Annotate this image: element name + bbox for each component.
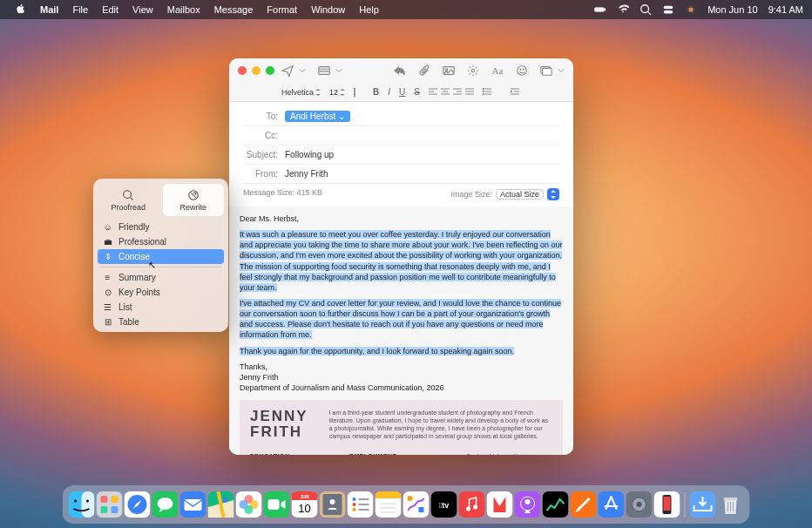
minimize-button[interactable] xyxy=(252,66,261,75)
dock-music[interactable] xyxy=(459,491,485,518)
italic-button[interactable]: I xyxy=(388,87,390,97)
emoji-icon[interactable] xyxy=(516,64,528,77)
menubar-date[interactable]: Mon Jun 10 xyxy=(707,4,757,15)
image-size-stepper[interactable] xyxy=(547,188,559,200)
align-left-icon[interactable] xyxy=(429,87,437,97)
dock-reminders[interactable] xyxy=(348,491,374,518)
option-summary[interactable]: ≡Summary xyxy=(98,270,224,285)
align-justify-icon[interactable] xyxy=(465,87,474,97)
svg-point-59 xyxy=(223,498,228,503)
close-button[interactable] xyxy=(238,66,247,75)
menu-view[interactable]: View xyxy=(125,4,160,15)
svg-point-15 xyxy=(520,69,521,70)
apple-menu[interactable] xyxy=(9,3,33,16)
font-family-select[interactable]: Helvetica xyxy=(281,88,321,97)
strike-button[interactable]: S xyxy=(414,87,420,97)
dock-appstore[interactable] xyxy=(599,491,625,518)
dock-settings[interactable] xyxy=(626,491,653,518)
dock-phone-mirror[interactable] xyxy=(654,491,680,518)
titlebar[interactable]: Aa xyxy=(229,58,573,83)
text-color-picker[interactable] xyxy=(354,88,355,97)
indent-inc-icon[interactable] xyxy=(511,87,519,97)
svg-point-89 xyxy=(408,496,413,501)
gear-icon[interactable] xyxy=(467,64,479,77)
dock-mail[interactable] xyxy=(180,491,206,518)
option-list[interactable]: ☰List xyxy=(98,300,224,315)
format-icon[interactable]: Aa xyxy=(491,64,504,77)
chevron-down-icon[interactable] xyxy=(299,64,306,77)
menu-help[interactable]: Help xyxy=(352,4,386,15)
underline-button[interactable]: U xyxy=(399,87,405,97)
menu-message[interactable]: Message xyxy=(207,4,261,15)
signature-dept: Department of Journalism and Mass Commun… xyxy=(240,382,563,393)
reply-icon[interactable] xyxy=(394,64,406,77)
list-button-icon[interactable] xyxy=(483,87,493,97)
dock-news[interactable] xyxy=(487,491,513,518)
attach-icon[interactable] xyxy=(418,64,430,77)
dock-podcasts[interactable] xyxy=(515,491,541,518)
tab-proofread[interactable]: Proofread xyxy=(98,184,159,216)
search-icon[interactable] xyxy=(639,3,652,16)
dock-freeform[interactable] xyxy=(403,491,430,518)
dock-messages[interactable] xyxy=(152,491,179,518)
send-icon[interactable] xyxy=(281,64,294,77)
battery-icon[interactable] xyxy=(594,3,606,16)
dock-launchpad[interactable] xyxy=(97,491,123,518)
app-name[interactable]: Mail xyxy=(33,4,65,15)
menu-file[interactable]: File xyxy=(65,4,95,15)
dock-notes[interactable] xyxy=(376,491,402,518)
signature-name: Jenny Frith xyxy=(240,372,563,382)
font-size-select[interactable]: 12 xyxy=(329,88,345,97)
option-professional[interactable]: 💼︎Professional xyxy=(98,234,224,249)
to-field[interactable]: Andi Herbst ⌄ xyxy=(285,112,559,121)
option-friendly[interactable]: ☺Friendly xyxy=(98,220,224,234)
menubar-time[interactable]: 9:41 AM xyxy=(768,4,803,15)
dock-maps[interactable] xyxy=(208,491,234,518)
dock-pages[interactable] xyxy=(571,491,597,518)
menu-format[interactable]: Format xyxy=(260,4,304,15)
tab-rewrite[interactable]: Rewrite xyxy=(163,184,225,216)
compose-window: Aa Helvetica 12 B I U S To: Andi Herbst … xyxy=(229,58,573,455)
image-size-select[interactable]: Actual Size xyxy=(496,189,544,200)
svg-point-98 xyxy=(525,499,531,504)
menu-mailbox[interactable]: Mailbox xyxy=(160,4,207,15)
dock-downloads[interactable] xyxy=(690,491,716,518)
wifi-icon[interactable] xyxy=(617,3,629,16)
svg-point-35 xyxy=(483,93,484,95)
menu-edit[interactable]: Edit xyxy=(95,4,125,15)
dock-safari[interactable] xyxy=(125,491,151,518)
menu-window[interactable]: Window xyxy=(304,4,352,15)
align-center-icon[interactable] xyxy=(441,87,450,97)
header-fields-icon[interactable] xyxy=(318,64,330,77)
dock-trash[interactable] xyxy=(718,491,744,518)
control-center-icon[interactable] xyxy=(662,3,674,16)
dock-stocks[interactable] xyxy=(543,491,569,518)
option-table[interactable]: ⊞Table xyxy=(98,315,224,329)
chevron-down-icon[interactable] xyxy=(335,64,342,77)
closing: Thanks, xyxy=(240,362,563,372)
dock-calendar[interactable]: JUN10 xyxy=(292,491,318,518)
dock-tv[interactable]: tv xyxy=(431,491,457,518)
from-field[interactable]: Jenny Frith xyxy=(285,169,559,179)
dock-finder[interactable] xyxy=(69,491,95,518)
siri-icon[interactable] xyxy=(685,3,697,16)
svg-point-105 xyxy=(637,502,642,507)
message-body[interactable]: Dear Ms. Herbst, It was such a pleasure … xyxy=(229,206,573,455)
bold-button[interactable]: B xyxy=(373,87,379,97)
subject-field[interactable]: Following up xyxy=(285,150,559,159)
chevron-down-icon[interactable] xyxy=(558,64,565,77)
dock-contacts[interactable] xyxy=(320,491,346,518)
key-icon: ⊙ xyxy=(103,288,112,297)
option-key-points[interactable]: ⊙Key Points xyxy=(98,285,224,300)
attachment-preview[interactable]: JENNYFRITH I am a third-year student und… xyxy=(240,400,563,455)
maximize-button[interactable] xyxy=(266,66,274,75)
paragraph-2: I've attached my CV and cover letter for… xyxy=(240,299,561,339)
dock-facetime[interactable] xyxy=(264,491,290,518)
photo-browser-icon[interactable] xyxy=(540,64,552,77)
svg-rect-1 xyxy=(605,9,606,10)
align-right-icon[interactable] xyxy=(453,87,462,97)
link-icon[interactable] xyxy=(443,64,455,77)
recipient-pill[interactable]: Andi Herbst ⌄ xyxy=(285,111,350,122)
dock-photos[interactable] xyxy=(236,491,262,518)
option-concise[interactable]: ⇕Concise xyxy=(98,249,224,264)
